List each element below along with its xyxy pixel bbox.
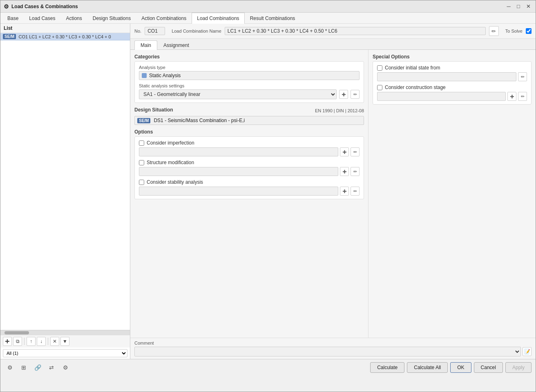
- tab-load-combinations[interactable]: Load Combinations: [192, 13, 244, 24]
- imperfection-field-row: 🞣 ✏: [139, 147, 360, 156]
- tab-action-combinations[interactable]: Action Combinations: [136, 13, 192, 24]
- filter-select[interactable]: All (1): [3, 349, 127, 357]
- grid-icon-btn[interactable]: ⊞: [18, 362, 29, 373]
- stability-checkbox[interactable]: [139, 180, 144, 185]
- combo-name-input[interactable]: [225, 27, 486, 35]
- copy-button[interactable]: ⧉: [13, 337, 22, 346]
- ds-badge: SE/M: [137, 118, 150, 123]
- stability-label: Consider stability analysis: [147, 179, 203, 185]
- imperfection-edit-btn[interactable]: ✏: [351, 147, 360, 156]
- apply-button[interactable]: Apply: [505, 362, 532, 373]
- tab-result-combinations[interactable]: Result Combinations: [245, 13, 301, 24]
- to-solve-label: To Solve: [505, 29, 523, 33]
- combo-no-label: No.: [134, 29, 141, 33]
- structure-mod-section: Structure modification 🞣 ✏: [139, 160, 360, 176]
- cancel-button[interactable]: Cancel: [474, 362, 503, 373]
- combo-name-label: Load Combination Name: [172, 29, 221, 33]
- combo-header: No. Load Combination Name ✏ To Solve: [130, 24, 536, 39]
- static-settings-select[interactable]: SA1 - Geometrically linear: [139, 89, 337, 99]
- window-title: Load Cases & Combinations: [11, 4, 78, 9]
- structure-mod-add-btn[interactable]: 🞣: [340, 167, 349, 176]
- structure-mod-field-row: 🞣 ✏: [139, 167, 360, 176]
- minimize-button[interactable]: ─: [505, 2, 513, 11]
- stability-add-btn[interactable]: 🞣: [340, 187, 349, 196]
- structure-mod-input: [139, 167, 338, 176]
- menu-bar: Base Load Cases Actions Design Situation…: [0, 13, 536, 24]
- stability-field-row: 🞣 ✏: [139, 187, 360, 196]
- list-item[interactable]: SE/M CO1 LC1 + LC2 + 0.30 * LC3 + 0.30 *…: [0, 33, 130, 40]
- list-item-text: CO1 LC1 + LC2 + 0.30 * LC3 + 0.30 * LC4 …: [18, 34, 111, 39]
- content-tabs: Main Assignment: [130, 39, 536, 50]
- construction-stage-btn2[interactable]: ✏: [518, 92, 527, 101]
- construction-stage-checkbox[interactable]: [377, 85, 382, 90]
- toolbar-separator-2: [48, 338, 48, 345]
- structure-mod-checkbox[interactable]: [139, 160, 144, 165]
- move-down-button[interactable]: ↓: [37, 337, 46, 346]
- comment-label: Comment: [134, 341, 532, 345]
- construction-stage-btn1[interactable]: 🞣: [507, 92, 516, 101]
- imperfection-checkbox[interactable]: [139, 140, 144, 146]
- delete-button[interactable]: ✕: [50, 337, 59, 346]
- form-left: Categories Analysis type Static Analysis…: [130, 50, 368, 338]
- close-button[interactable]: ✕: [524, 2, 532, 11]
- menu-button[interactable]: ▼: [60, 337, 69, 346]
- structure-mod-row: Structure modification: [139, 160, 360, 165]
- structure-mod-label: Structure modification: [147, 160, 194, 165]
- analysis-type-label: Analysis type: [139, 65, 360, 70]
- special-options-title: Special Options: [373, 54, 532, 60]
- form-right: Special Options Consider initial state f…: [368, 50, 536, 338]
- link-icon-btn[interactable]: 🔗: [32, 362, 43, 373]
- maximize-button[interactable]: □: [514, 2, 523, 11]
- calculate-button[interactable]: Calculate: [370, 362, 404, 373]
- add-button[interactable]: 🞣: [3, 337, 12, 346]
- tab-main[interactable]: Main: [134, 40, 157, 50]
- initial-state-row: Consider initial state from: [377, 65, 527, 71]
- right-panel: No. Load Combination Name ✏ To Solve Mai…: [130, 24, 536, 359]
- construction-stage-field-row: 🞣 ✏: [377, 92, 527, 101]
- static-settings-add-btn[interactable]: 🞣: [339, 90, 348, 99]
- stability-input: [139, 187, 338, 196]
- imperfection-row: Consider imperfection: [139, 140, 360, 146]
- options-title: Options: [134, 129, 364, 135]
- construction-stage-label: Consider construction stage: [385, 85, 446, 90]
- structure-mod-edit-btn[interactable]: ✏: [351, 167, 360, 176]
- comment-section: Comment 📝: [130, 338, 536, 359]
- main-content: List SE/M CO1 LC1 + LC2 + 0.30 * LC3 + 0…: [0, 24, 536, 359]
- initial-state-edit-btn[interactable]: ✏: [518, 72, 527, 81]
- title-bar-controls: ─ □ ✕: [505, 2, 532, 11]
- imperfection-add-btn[interactable]: 🞣: [340, 147, 349, 156]
- horizontal-scrollbar[interactable]: [0, 330, 130, 335]
- combo-no-input[interactable]: [145, 27, 165, 35]
- analysis-type-icon: [142, 73, 147, 78]
- initial-state-input: [377, 72, 516, 81]
- initial-state-label: Consider initial state from: [385, 65, 440, 71]
- tab-load-cases[interactable]: Load Cases: [24, 13, 60, 24]
- static-settings-edit-btn[interactable]: ✏: [351, 90, 360, 99]
- construction-stage-section: Consider construction stage 🞣 ✏: [377, 85, 527, 101]
- edit-button[interactable]: ✏: [489, 26, 499, 36]
- static-settings-label: Static analysis settings: [139, 83, 360, 88]
- tab-assignment[interactable]: Assignment: [157, 40, 195, 50]
- tab-design-situations[interactable]: Design Situations: [87, 13, 136, 24]
- to-solve-checkbox[interactable]: [526, 28, 532, 34]
- filter-icon-btn[interactable]: ⚙: [60, 362, 71, 373]
- list-toolbar: 🞣 ⧉ ↑ ↓ ✕ ▼: [0, 335, 130, 347]
- initial-state-checkbox[interactable]: [377, 65, 382, 71]
- move-up-button[interactable]: ↑: [27, 337, 36, 346]
- imperfection-input: [139, 147, 338, 156]
- comment-select[interactable]: [134, 347, 521, 356]
- design-situation-section: Design Situation EN 1990 | DIN | 2012-08…: [134, 107, 364, 125]
- special-options-box: Consider initial state from ✏ Consider c…: [373, 61, 532, 105]
- tab-actions[interactable]: Actions: [60, 13, 87, 24]
- ok-button[interactable]: OK: [450, 362, 471, 373]
- static-settings-row: SA1 - Geometrically linear 🞣 ✏: [139, 89, 360, 99]
- comment-btn[interactable]: 📝: [523, 347, 532, 356]
- bottom-bar: ⚙ ⊞ 🔗 ⇄ ⚙ Calculate Calculate All OK Can…: [0, 359, 536, 375]
- settings-icon-btn[interactable]: ⚙: [4, 362, 15, 373]
- list-header: List: [0, 24, 130, 33]
- calculate-all-button[interactable]: Calculate All: [407, 362, 448, 373]
- arrows-icon-btn[interactable]: ⇄: [46, 362, 57, 373]
- tab-base[interactable]: Base: [2, 13, 24, 24]
- stability-edit-btn[interactable]: ✏: [351, 187, 360, 196]
- ds-norm: EN 1990 | DIN | 2012-08: [315, 108, 364, 113]
